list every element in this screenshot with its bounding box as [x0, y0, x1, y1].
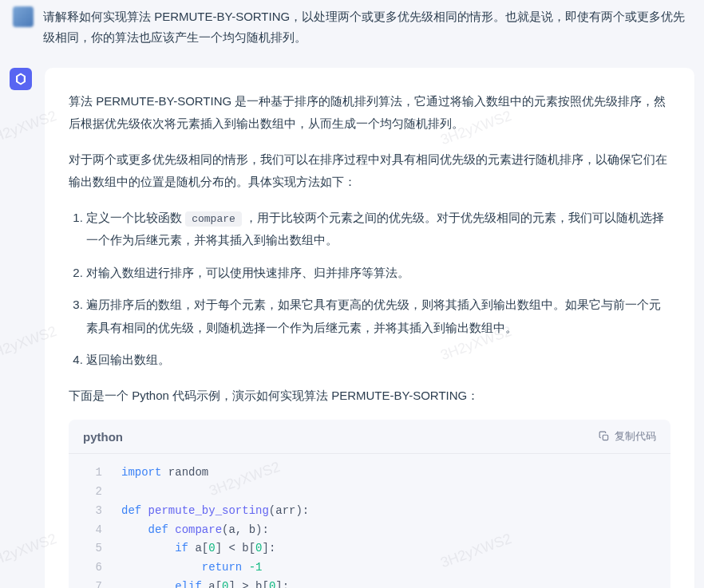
token-number: 0 [208, 542, 215, 554]
token [242, 561, 248, 574]
token: a[ [202, 580, 222, 588]
hexagon-icon [14, 72, 28, 86]
token: (a, b): [222, 523, 269, 536]
copy-icon [599, 431, 610, 442]
token: ] < b[ [216, 542, 255, 554]
code-block: python 复制代码 1 import random [69, 420, 670, 588]
code-line: 4 def compare(a, b): [69, 521, 670, 540]
line-number: 4 [83, 521, 102, 540]
code-line: 5 if a[0] < b[0]: [69, 539, 670, 558]
token-keyword: elif [175, 580, 202, 588]
copy-label: 复制代码 [615, 429, 656, 444]
token: (arr): [269, 504, 309, 517]
user-message: 请解释如何实现算法 PERMUTE-BY-SORTING，以处理两个或更多优先级… [10, 6, 694, 49]
paragraph: 算法 PERMUTE-BY-SORTING 是一种基于排序的随机排列算法，它通过… [69, 90, 670, 136]
list-text: 定义一个比较函数 [86, 211, 185, 224]
code-header: python 复制代码 [69, 420, 670, 454]
line-number: 6 [83, 558, 102, 578]
code-body[interactable]: 1 import random 2 3 def permute_by_sorti… [69, 454, 670, 588]
inline-code: compare [185, 211, 242, 227]
line-number: 3 [83, 502, 102, 521]
copy-code-button[interactable]: 复制代码 [599, 429, 656, 444]
user-message-text: 请解释如何实现算法 PERMUTE-BY-SORTING，以处理两个或更多优先级… [43, 6, 691, 49]
assistant-card: 算法 PERMUTE-BY-SORTING 是一种基于排序的随机排列算法，它通过… [45, 68, 694, 589]
code-line: 6 return -1 [69, 558, 670, 578]
line-number: 7 [83, 578, 102, 588]
code-line: 3 def permute_by_sorting(arr): [69, 502, 670, 521]
code-language-label: python [83, 430, 123, 444]
token-function: permute_by_sorting [141, 504, 269, 517]
token-number: -1 [249, 561, 263, 574]
token-function: compare [168, 523, 222, 536]
code-line: 1 import random [69, 464, 670, 483]
line-number: 2 [83, 483, 102, 502]
token: ]: [275, 580, 289, 588]
code-line: 2 [69, 483, 670, 502]
token-keyword: if [175, 542, 188, 554]
token-keyword: def [148, 523, 168, 536]
list-item: 对输入数组进行排序，可以使用快速排序、归并排序等算法。 [86, 262, 670, 285]
token: ]: [262, 542, 275, 554]
list-item: 定义一个比较函数 compare ，用于比较两个元素之间的优先级。对于优先级相同… [86, 207, 670, 252]
ordered-list: 定义一个比较函数 compare ，用于比较两个元素之间的优先级。对于优先级相同… [69, 207, 670, 372]
paragraph: 对于两个或更多优先级相同的情形，我们可以在排序过程中对具有相同优先级的元素进行随… [69, 148, 670, 194]
assistant-avatar [10, 68, 32, 90]
token-keyword: import [121, 466, 161, 479]
list-item: 返回输出数组。 [86, 349, 670, 372]
token-keyword: def [121, 504, 141, 517]
token: ] > b[ [228, 580, 268, 588]
user-avatar [13, 6, 34, 27]
token: random [161, 466, 208, 479]
list-item: 遍历排序后的数组，对于每个元素，如果它具有更高的优先级，则将其插入到输出数组中。… [86, 294, 670, 339]
line-number: 5 [83, 539, 102, 558]
token-keyword: return [202, 561, 242, 574]
assistant-message: 算法 PERMUTE-BY-SORTING 是一种基于排序的随机排列算法，它通过… [10, 68, 694, 589]
line-number: 1 [83, 464, 102, 483]
svg-rect-0 [603, 435, 607, 440]
token: a[ [188, 542, 208, 554]
paragraph: 下面是一个 Python 代码示例，演示如何实现算法 PERMUTE-BY-SO… [69, 385, 670, 408]
code-line: 7 elif a[0] > b[0]: [69, 578, 670, 588]
chat-container: 请解释如何实现算法 PERMUTE-BY-SORTING，以处理两个或更多优先级… [0, 0, 704, 588]
